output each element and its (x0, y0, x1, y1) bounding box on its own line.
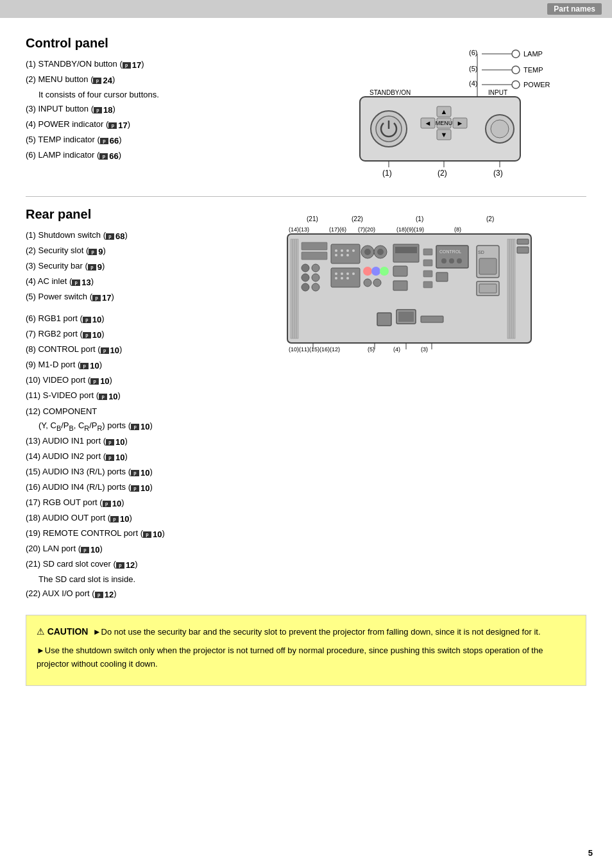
rear-item-22: (22) AUX I/O port (p12) (26, 587, 275, 602)
svg-rect-99 (479, 258, 497, 274)
rear-item-1: (1) Shutdown switch (p68) (26, 228, 275, 244)
svg-rect-86 (393, 281, 407, 290)
svg-point-93 (441, 258, 446, 263)
svg-point-66 (346, 254, 349, 256)
svg-text:(18)(9)(19): (18)(9)(19) (396, 226, 424, 233)
control-panel-list: (1) STANDBY/ON button (p17) (2) MENU but… (26, 57, 300, 163)
rear-panel-left: Rear panel (1) Shutdown switch (p68) (2)… (26, 207, 275, 602)
svg-point-79 (371, 267, 380, 276)
svg-rect-50 (302, 242, 327, 250)
svg-text:(7)(20): (7)(20) (358, 226, 375, 233)
ctrl-item-2: (2) MENU button (p24) (26, 72, 300, 88)
svg-point-77 (377, 249, 384, 255)
svg-point-64 (335, 254, 337, 256)
svg-point-72 (341, 277, 343, 280)
svg-text:STANDBY/ON: STANDBY/ON (370, 89, 411, 96)
rear-item-19: (19) REMOTE CONTROL port (p10) (26, 526, 275, 542)
svg-text:(10)(11)(15)(16)(12): (10)(11)(15)(16)(12) (289, 346, 340, 353)
svg-point-4 (512, 50, 520, 58)
rear-item-12-sub: (Y, CB/PB, CR/PR) ports (p10) (26, 419, 275, 434)
svg-point-10 (512, 81, 520, 88)
svg-text:(1): (1) (382, 169, 392, 178)
svg-text:POWER: POWER (523, 81, 550, 88)
svg-point-52 (302, 264, 309, 272)
rear-item-9: (9) M1-D port (p10) (26, 358, 275, 373)
svg-point-67 (335, 272, 337, 275)
section-divider (26, 196, 586, 197)
page: Part names Control panel (1) STANDBY/ON … (0, 0, 612, 868)
shutdown-switch (517, 239, 529, 244)
svg-point-82 (373, 279, 381, 287)
rear-item-16: (16) AUDIO IN4 (R/L) ports (p10) (26, 480, 275, 496)
svg-rect-88 (423, 260, 432, 266)
header-bar: Part names (0, 0, 612, 18)
svg-point-70 (352, 272, 355, 275)
rear-item-21: (21) SD card slot cover (p12) (26, 557, 275, 572)
svg-text:(2): (2) (486, 215, 494, 222)
svg-rect-111 (421, 316, 443, 322)
svg-rect-87 (423, 249, 432, 255)
svg-text:(22): (22) (352, 215, 363, 222)
svg-point-53 (312, 264, 319, 272)
header-label: Part names (547, 3, 602, 15)
svg-text:(1): (1) (416, 215, 423, 222)
svg-text:(2): (2) (438, 169, 447, 178)
rear-item-17: (17) RGB OUT port (p10) (26, 496, 275, 511)
svg-rect-58 (331, 244, 360, 263)
svg-text:(3): (3) (493, 169, 503, 178)
rear-item-12: (12) COMPONENT (26, 405, 275, 419)
svg-point-75 (364, 249, 371, 255)
page-number: 5 (588, 848, 593, 858)
svg-rect-96 (436, 272, 448, 281)
svg-text:(5): (5) (469, 65, 477, 72)
svg-point-94 (449, 258, 454, 263)
svg-point-61 (341, 249, 343, 252)
svg-point-7 (512, 66, 520, 74)
right-vents (507, 239, 515, 338)
svg-text:(21): (21) (307, 215, 318, 222)
svg-point-62 (346, 249, 349, 252)
rear-item-4: (4) AC inlet (p13) (26, 274, 275, 290)
svg-text:(6): (6) (469, 49, 477, 56)
control-panel-left: Control panel (1) STANDBY/ON button (p17… (26, 36, 300, 177)
svg-point-55 (312, 274, 319, 281)
svg-rect-108 (377, 313, 391, 326)
ctrl-item-5: (5) TEMP indicator (p66) (26, 133, 300, 148)
rear-item-18: (18) AUDIO OUT port (p10) (26, 511, 275, 526)
rear-item-7: (7) RGB2 port (p10) (26, 327, 275, 342)
ctrl-item-4: (4) POWER indicator (p17) (26, 117, 300, 133)
svg-point-73 (346, 277, 349, 280)
caution-para-2: ►Use the shutdown switch only when the p… (37, 644, 575, 671)
svg-point-57 (312, 283, 319, 291)
caution-icon: ⚠ (37, 626, 45, 637)
svg-text:CONTROL: CONTROL (439, 249, 461, 254)
svg-text:(14)(13): (14)(13) (289, 226, 309, 233)
rear-item-8: (8) CONTROL port (p10) (26, 342, 275, 358)
rear-panel-list: (1) Shutdown switch (p68) (2) Security s… (26, 228, 275, 602)
svg-text:(5): (5) (368, 346, 375, 353)
caution-para-1: ⚠ CAUTION ►Do not use the security bar a… (37, 624, 575, 639)
ctrl-item-6: (6) LAMP indicator (p66) (26, 148, 300, 163)
svg-point-69 (346, 272, 349, 275)
security-slot (517, 247, 529, 253)
svg-point-54 (302, 274, 309, 281)
svg-point-71 (335, 277, 337, 280)
caution-title: CAUTION (47, 626, 89, 637)
content: Control panel (1) STANDBY/ON button (p17… (26, 36, 586, 686)
rear-panel-diagram: (21) (22) (1) (2) (14)(13) (17)(6) (7)(2… (287, 213, 544, 393)
svg-text:INPUT: INPUT (488, 89, 507, 96)
svg-text:(8): (8) (454, 226, 461, 233)
ctrl-item-3: (3) INPUT button (p18) (26, 102, 300, 117)
rear-item-20: (20) LAN port (p10) (26, 542, 275, 557)
svg-rect-107 (517, 247, 529, 253)
ctrl-item-1: (1) STANDBY/ON button (p17) (26, 57, 300, 72)
rear-panel-section: Rear panel (1) Shutdown switch (p68) (2)… (26, 207, 586, 602)
svg-rect-101 (479, 284, 497, 293)
svg-point-68 (341, 272, 343, 275)
svg-text:TEMP: TEMP (523, 66, 543, 74)
rear-item-6: (6) RGB1 port (p10) (26, 312, 275, 327)
sd-aux-area: SD (477, 246, 499, 296)
svg-point-28 (491, 120, 509, 138)
svg-text:▲: ▲ (440, 108, 447, 115)
svg-point-60 (335, 249, 337, 252)
